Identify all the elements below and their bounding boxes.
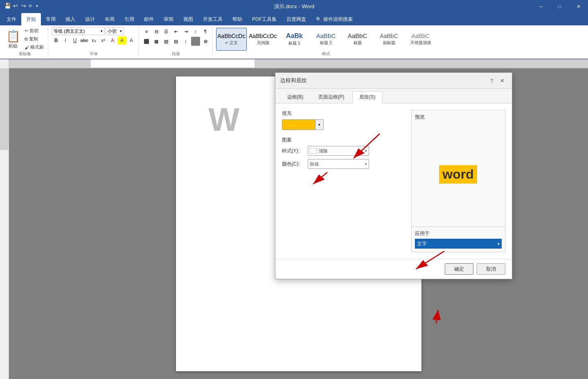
copy-label: 复制 xyxy=(29,36,38,42)
tab-review[interactable]: 审阅 xyxy=(159,13,178,25)
color-select[interactable]: 自动 ▾ xyxy=(308,159,369,169)
undo-icon[interactable]: ↩ xyxy=(12,2,19,9)
style-heading2-label: 标题 2 xyxy=(320,40,331,46)
increase-indent-button[interactable]: ⇥ xyxy=(181,27,190,36)
highlight-button[interactable]: A xyxy=(117,36,126,45)
paste-button[interactable]: 📋 粘贴 xyxy=(4,28,22,51)
tab-design[interactable]: 设计 xyxy=(80,13,100,25)
dialog-right-panel: 预览 word 应用于 文字 ▾ xyxy=(411,110,505,252)
font-shading-button[interactable]: A xyxy=(127,36,136,45)
tab-file[interactable]: 文件 xyxy=(2,13,21,25)
svg-line-10 xyxy=(436,310,438,323)
font-size-arrow: ▾ xyxy=(120,29,122,33)
dialog-tab-shading[interactable]: 底纹(S) xyxy=(352,91,383,103)
font-size-select[interactable]: 小切 ▾ xyxy=(106,27,124,35)
style-subtitle[interactable]: AaBbC 副标题 xyxy=(374,28,404,51)
style-normal[interactable]: AaBbCcDc ↵ 正文 xyxy=(216,28,247,51)
line-spacing-button[interactable]: ↕ xyxy=(181,37,190,46)
tab-insert[interactable]: 插入 xyxy=(61,13,80,25)
bold-button[interactable]: B xyxy=(52,36,61,45)
subscript-button[interactable]: x₂ xyxy=(89,36,98,45)
main-area: W 边框和底纹 ? ✕ 边框(B) 页面边框(P) 底纹(S) xyxy=(0,68,588,379)
pattern-section: 图案 样式(Y): 清除 ▾ 颜色(C): xyxy=(282,137,403,169)
dialog-tab-page-border[interactable]: 页面边框(P) xyxy=(311,91,351,103)
dialog-left-panel: 填充 ▾ 图案 样式(Y): xyxy=(282,110,403,252)
bullet-list-button[interactable]: ≡ xyxy=(142,27,151,36)
tab-pdf[interactable]: PDF工具集 xyxy=(247,13,282,25)
tab-mail[interactable]: 邮件 xyxy=(139,13,159,25)
save-icon[interactable]: 💾 xyxy=(4,2,11,9)
paragraph-bottom-row: ⬛ ▦ ▧ ▤ ↕ ⊞ xyxy=(142,37,210,46)
minimize-button[interactable]: ─ xyxy=(532,0,550,13)
style-subtle-emphasis[interactable]: AaBbC 不明显强调 xyxy=(405,28,436,51)
strikethrough-button[interactable]: abc xyxy=(80,36,89,45)
font-group: 等线 (西文正文) ▾ 小切 ▾ B I U abc x₂ x² A xyxy=(49,26,139,58)
color-select-value: 自动 xyxy=(310,161,365,167)
style-heading2[interactable]: AaBbC 标题 2 xyxy=(311,28,341,51)
italic-button[interactable]: I xyxy=(61,36,70,45)
format-painter-icon: 🖌 xyxy=(25,45,29,50)
font-name-select[interactable]: 等线 (西文正文) ▾ xyxy=(52,27,105,35)
tab-home[interactable]: 开始 xyxy=(21,13,41,25)
shading-button[interactable] xyxy=(191,37,200,46)
pattern-label: 图案 xyxy=(282,137,403,144)
apply-to-select[interactable]: 文字 ▾ xyxy=(415,239,502,249)
tab-layout[interactable]: 布局 xyxy=(100,13,119,25)
svg-rect-2 xyxy=(0,68,9,150)
maximize-button[interactable]: □ xyxy=(550,0,569,13)
underline-button[interactable]: U xyxy=(70,36,79,45)
align-center-button[interactable]: ▦ xyxy=(152,37,161,46)
superscript-button[interactable]: x² xyxy=(99,36,108,45)
repeat-icon[interactable]: ⟳ xyxy=(29,4,32,8)
vertical-ruler xyxy=(0,68,9,150)
scissors-icon: ✂ xyxy=(25,28,28,34)
styles-group: AaBbCcDc ↵ 正文 AaBbCcDc 无间隔 AaBk 标题 1 AaB… xyxy=(214,26,438,58)
tab-developer[interactable]: 开发工具 xyxy=(198,13,228,25)
tab-baidu[interactable]: 百度网盘 xyxy=(282,13,311,25)
tab-common[interactable]: 常用 xyxy=(41,13,61,25)
document-area: W 边框和底纹 ? ✕ 边框(B) 页面边框(P) 底纹(S) xyxy=(9,68,588,379)
decrease-indent-button[interactable]: ⇤ xyxy=(171,27,180,36)
multilevel-list-button[interactable]: ☰ xyxy=(162,27,171,36)
tab-help[interactable]: 帮助 xyxy=(228,13,247,25)
redo-icon[interactable]: ↪ xyxy=(20,2,27,9)
dialog-tabs: 边框(B) 页面边框(P) 底纹(S) xyxy=(275,89,512,103)
fill-color-dropdown[interactable]: ▾ xyxy=(315,119,323,130)
cut-button[interactable]: ✂ 剪切 xyxy=(23,27,45,35)
customize-qa-icon[interactable]: ▾ xyxy=(34,2,40,9)
svg-rect-1 xyxy=(91,59,255,67)
numbered-list-button[interactable]: ⊟ xyxy=(152,27,161,36)
paragraph-top-row: ≡ ⊟ ☰ ⇤ ⇥ ↕ ¶ xyxy=(142,27,210,36)
doc-letter-w: W xyxy=(209,101,240,138)
dialog-help-button[interactable]: ? xyxy=(487,76,496,85)
style-no-spacing[interactable]: AaBbCcDc 无间隔 xyxy=(248,28,278,51)
copy-button[interactable]: ⧉ 复制 xyxy=(23,35,45,43)
align-right-button[interactable]: ▧ xyxy=(162,37,171,46)
font-color-button[interactable]: A xyxy=(108,36,117,45)
clipboard-small-buttons: ✂ 剪切 ⧉ 复制 🖌 格式刷 xyxy=(23,27,45,51)
tab-view[interactable]: 视图 xyxy=(178,13,198,25)
style-heading1-label: 标题 1 xyxy=(288,40,300,46)
window-title: 演示.docx - Word xyxy=(274,3,314,10)
tab-search[interactable]: 🔍操作说明搜索 xyxy=(311,13,358,25)
style-select[interactable]: 清除 ▾ xyxy=(308,146,369,156)
ruler-corner xyxy=(0,59,9,68)
cancel-button[interactable]: 取消 xyxy=(477,263,505,275)
ok-button[interactable]: 确定 xyxy=(445,263,473,275)
dialog-tab-border[interactable]: 边框(B) xyxy=(280,91,311,103)
tab-references[interactable]: 引用 xyxy=(119,13,139,25)
border-button[interactable]: ⊞ xyxy=(201,37,210,46)
dialog-close-button[interactable]: ✕ xyxy=(498,76,507,85)
format-painter-button[interactable]: 🖌 格式刷 xyxy=(23,43,45,51)
style-heading[interactable]: AaBbC 标题 xyxy=(342,28,373,51)
copy-icon: ⧉ xyxy=(25,36,28,42)
align-left-button[interactable]: ⬛ xyxy=(142,37,151,46)
style-field-label: 样式(Y): xyxy=(282,148,304,155)
sort-button[interactable]: ↕ xyxy=(191,27,200,36)
paste-icon: 📋 xyxy=(6,29,20,43)
justify-button[interactable]: ▤ xyxy=(171,37,180,46)
close-button[interactable]: ✕ xyxy=(569,0,588,13)
show-formatting-button[interactable]: ¶ xyxy=(201,27,210,36)
style-heading1[interactable]: AaBk 标题 1 xyxy=(279,28,310,51)
fill-color-button[interactable]: ▾ xyxy=(282,119,324,130)
